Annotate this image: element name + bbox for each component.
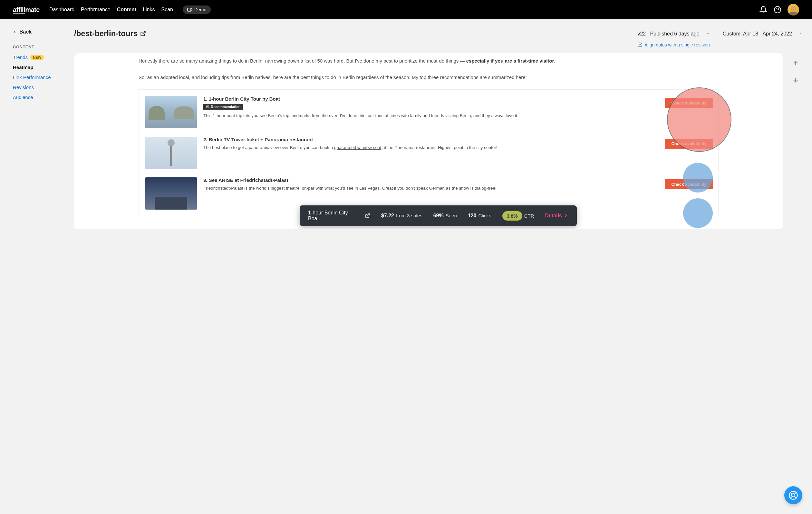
stats-seen: 69%Seen bbox=[433, 213, 457, 219]
primary-nav: Dashboard Performance Content Links Scan bbox=[49, 7, 173, 12]
recommendation-desc: The best place to get a panoramic view o… bbox=[203, 144, 712, 152]
date-range-label: Custom: Apr 18 - Apr 24, 2022 bbox=[723, 31, 792, 37]
stats-ctr: 3.8%CTR bbox=[502, 211, 534, 221]
recommendation-body: 3. See ARISE at Friedrichstadt-Palast Fr… bbox=[203, 178, 712, 210]
link-stats-bar: 1-hour Berlin City Boa... $7.22from 3 sa… bbox=[300, 206, 577, 226]
back-label: Back bbox=[19, 29, 32, 35]
topbar-left: affilimate Dashboard Performance Content… bbox=[13, 5, 211, 14]
content-header: /best-berlin-tours v22 · Published 6 day… bbox=[74, 29, 802, 47]
top-nav-bar: affilimate Dashboard Performance Content… bbox=[0, 0, 812, 19]
version-label: v22 · Published 6 days ago bbox=[637, 31, 699, 37]
sidebar-item-heatmap[interactable]: Heatmap bbox=[13, 64, 64, 70]
chevron-left-icon bbox=[13, 30, 17, 34]
stats-clicks: 120Clicks bbox=[468, 213, 491, 219]
chevron-down-icon bbox=[706, 32, 710, 36]
recommendation-badge: #1 Recommendation bbox=[203, 104, 243, 110]
sidebar-section-label: CONTENT bbox=[13, 45, 64, 49]
recommendation-card: 1. 1-hour Berlin City Tour by Boat #1 Re… bbox=[139, 89, 719, 216]
nav-scan[interactable]: Scan bbox=[162, 7, 173, 12]
align-link-label: Align dates with a single revision bbox=[644, 42, 709, 47]
page-title-text: /best-berlin-tours bbox=[74, 29, 138, 38]
recommendation-body: 1. 1-hour Berlin City Tour by Boat #1 Re… bbox=[203, 96, 712, 128]
preview-wrap: Honestly there are so many amazing thing… bbox=[74, 53, 802, 229]
stats-revenue: $7.22from 3 sales bbox=[381, 213, 423, 219]
page-title: /best-berlin-tours bbox=[74, 29, 146, 38]
logo[interactable]: affilimate bbox=[13, 6, 40, 13]
back-button[interactable]: Back bbox=[13, 29, 64, 35]
recommendation-body: 2. Berlin TV Tower ticket + Panorama res… bbox=[203, 137, 712, 169]
recommendation-title: 3. See ARISE at Friedrichstadt-Palast bbox=[203, 178, 712, 183]
sidebar-item-revisions[interactable]: Revisions bbox=[13, 84, 64, 90]
align-dates-link[interactable]: Align dates with a single revision bbox=[637, 42, 709, 47]
checkbox-icon bbox=[637, 42, 642, 47]
recommendation-item: 2. Berlin TV Tower ticket + Panorama res… bbox=[145, 137, 712, 169]
chevron-down-icon bbox=[799, 32, 802, 36]
nav-content[interactable]: Content bbox=[117, 7, 136, 12]
check-availability-button[interactable]: Check availability bbox=[665, 179, 713, 189]
recommendation-desc: This 1-hour boat trip lets you see Berli… bbox=[203, 112, 712, 119]
check-availability-button[interactable]: Check availability bbox=[665, 139, 713, 148]
recommendation-image bbox=[145, 96, 197, 128]
svg-rect-0 bbox=[187, 8, 191, 11]
external-link-icon[interactable] bbox=[140, 31, 146, 36]
video-icon bbox=[187, 8, 192, 11]
nav-links[interactable]: Links bbox=[143, 7, 155, 12]
new-badge: NEW bbox=[30, 55, 44, 60]
svg-line-6 bbox=[367, 214, 370, 216]
sidebar-item-audience[interactable]: Audience bbox=[13, 94, 64, 100]
recommendation-image bbox=[145, 178, 197, 210]
stats-link-title: 1-hour Berlin City Boa... bbox=[308, 210, 370, 221]
details-link[interactable]: Details bbox=[545, 213, 569, 219]
date-range-dropdown[interactable]: Custom: Apr 18 - Apr 24, 2022 bbox=[723, 29, 802, 39]
sidebar-item-trends[interactable]: Trends NEW bbox=[13, 54, 64, 60]
nav-dashboard[interactable]: Dashboard bbox=[49, 7, 75, 12]
sidebar-item-label: Trends bbox=[13, 54, 28, 60]
help-icon[interactable] bbox=[773, 5, 782, 14]
recommendation-title: 1. 1-hour Berlin City Tour by Boat bbox=[203, 96, 712, 102]
demo-label: Demo bbox=[194, 7, 206, 12]
sidebar: Back CONTENT Trends NEW Heatmap Link Per… bbox=[13, 29, 64, 229]
check-availability-button[interactable]: Check availability bbox=[665, 98, 713, 108]
article-paragraph: So, as an adopted local, and including t… bbox=[139, 73, 719, 82]
page-preview: Honestly there are so many amazing thing… bbox=[74, 53, 783, 229]
header-controls: v22 · Published 6 days ago Align dates w… bbox=[637, 29, 802, 47]
version-dropdown[interactable]: v22 · Published 6 days ago bbox=[637, 29, 709, 39]
external-link-icon[interactable] bbox=[365, 213, 370, 218]
scroll-up-icon[interactable] bbox=[792, 60, 799, 67]
topbar-right bbox=[759, 4, 799, 16]
recommendation-image bbox=[145, 137, 197, 169]
recommendation-desc: Friedrichstadt-Palast is the world's big… bbox=[203, 185, 712, 192]
recommendation-title: 2. Berlin TV Tower ticket + Panorama res… bbox=[203, 137, 712, 142]
scroll-down-icon[interactable] bbox=[792, 76, 799, 83]
notifications-icon[interactable] bbox=[759, 5, 767, 14]
content-area: /best-berlin-tours v22 · Published 6 day… bbox=[74, 29, 802, 229]
recommendation-item: 3. See ARISE at Friedrichstadt-Palast Fr… bbox=[145, 178, 712, 210]
sidebar-item-link-performance[interactable]: Link Performance bbox=[13, 75, 64, 80]
sidebar-nav: Trends NEW Heatmap Link Performance Revi… bbox=[13, 54, 64, 100]
chevron-right-icon bbox=[563, 213, 569, 218]
demo-button[interactable]: Demo bbox=[183, 5, 211, 14]
nav-performance[interactable]: Performance bbox=[81, 7, 111, 12]
user-avatar[interactable] bbox=[787, 4, 799, 16]
article-paragraph: Honestly there are so many amazing thing… bbox=[139, 56, 719, 65]
scroll-controls bbox=[792, 60, 799, 83]
svg-line-3 bbox=[143, 31, 145, 34]
recommendation-item: 1. 1-hour Berlin City Tour by Boat #1 Re… bbox=[145, 96, 712, 128]
window-seat-link[interactable]: guaranteed window seat bbox=[334, 145, 381, 150]
